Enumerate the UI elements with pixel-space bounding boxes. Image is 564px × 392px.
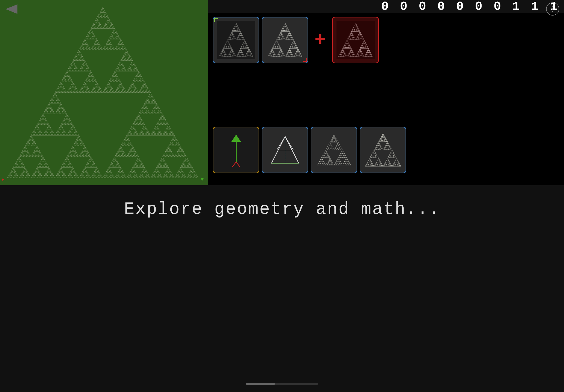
card7-fractal xyxy=(364,132,402,168)
corner-marker-bottom-right: ▼ xyxy=(201,177,204,182)
card-triangle-outline[interactable] xyxy=(262,127,308,173)
triangle-outline-icon xyxy=(270,135,301,166)
card-fractal-1[interactable] xyxy=(213,17,259,63)
corner-br-2 xyxy=(303,58,307,62)
back-button[interactable] xyxy=(4,2,19,15)
svg-line-3 xyxy=(231,162,236,167)
progress-bar xyxy=(246,383,275,385)
card-fractal-2[interactable] xyxy=(262,17,308,63)
explore-text: Explore geometry and math... xyxy=(124,200,440,219)
bottom-area: Explore geometry and math... xyxy=(0,185,564,392)
corner-marker-bottom-left: ● xyxy=(1,177,4,182)
card1-fractal xyxy=(217,21,255,59)
card-triangle-large[interactable] xyxy=(360,127,406,173)
score-display: 0 0 0 0 0 0 0 1 1 1 xyxy=(381,0,559,14)
card-arrow-up[interactable] xyxy=(213,127,259,173)
corner-tl-1 xyxy=(214,18,218,22)
fractal-canvas xyxy=(0,0,208,185)
card-triangle-small[interactable] xyxy=(311,127,357,173)
svg-marker-0 xyxy=(5,4,17,14)
score-bar: 0 0 0 0 0 0 0 1 1 1 xyxy=(208,0,564,13)
svg-marker-2 xyxy=(231,135,241,142)
card3-fractal xyxy=(336,21,375,59)
arrow-up-icon xyxy=(227,133,246,167)
progress-bar-container xyxy=(246,383,318,385)
card2-fractal xyxy=(266,21,304,59)
menu-button[interactable]: ⋮ xyxy=(546,2,559,15)
card6-fractal xyxy=(316,133,352,167)
plus-sign: + xyxy=(311,29,330,51)
card-fractal-3[interactable] xyxy=(332,17,379,63)
svg-line-4 xyxy=(236,162,241,167)
